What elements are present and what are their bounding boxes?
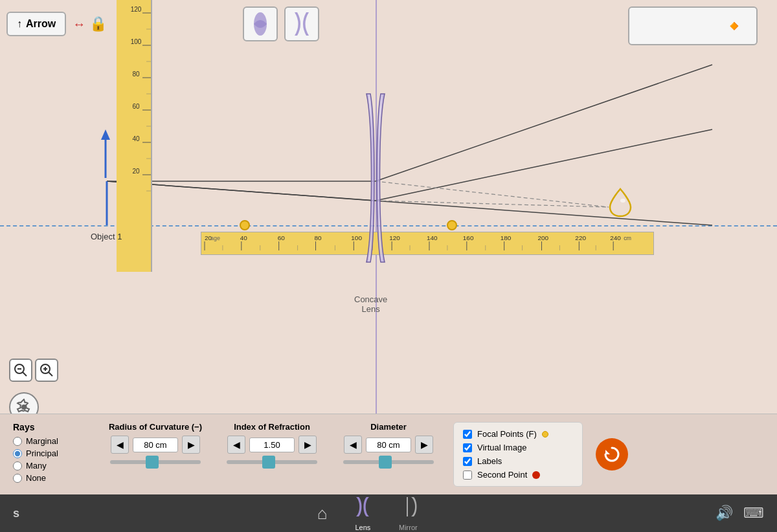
svg-text:200: 200	[538, 234, 549, 241]
home-icon: ⌂	[317, 504, 328, 524]
mirror-icon	[398, 496, 418, 522]
drop-icon: 🔸	[721, 14, 747, 38]
nav-lens[interactable]: Lens	[353, 496, 372, 531]
diameter-title: Diameter	[370, 422, 407, 432]
checkbox-group: Focal Points (F) Virtual Image Labels Se…	[453, 422, 583, 487]
svg-text:220: 220	[575, 234, 586, 241]
virtual-image-check-item[interactable]: Virtual Image	[463, 443, 573, 452]
diameter-slider-track[interactable]	[343, 460, 434, 464]
diameter-decrease-button[interactable]: ◀	[344, 436, 362, 454]
second-point-check-item[interactable]: Second Point	[463, 470, 573, 480]
svg-text:20: 20	[132, 168, 140, 175]
canvas-area: ↑ Arrow ↔ 🔒 🔸 120	[0, 0, 777, 466]
refraction-group: Index of Refraction ◀ 1.50 ▶	[220, 422, 324, 464]
radio-marginal[interactable]: Marginal	[13, 436, 91, 446]
refraction-slider-thumb[interactable]	[262, 456, 275, 469]
diameter-group: Diameter ◀ 80 cm ▶	[337, 422, 440, 464]
refraction-decrease-button[interactable]: ◀	[227, 436, 245, 454]
concave-lens[interactable]	[361, 91, 390, 265]
convex-lens-button[interactable]	[243, 6, 278, 41]
svg-text:80: 80	[132, 71, 140, 78]
second-point-label: Second Point	[477, 470, 527, 480]
svg-marker-28	[101, 129, 110, 140]
virtual-image-checkbox[interactable]	[463, 443, 472, 452]
lens-label: Concave Lens	[354, 294, 387, 314]
svg-line-1	[376, 65, 712, 181]
svg-text:100: 100	[351, 234, 362, 241]
labels-label: Labels	[477, 456, 502, 466]
svg-text:120: 120	[389, 234, 400, 241]
arrow-up-icon: ↑	[17, 18, 22, 30]
lock-controls: ↔ 🔒	[73, 16, 107, 32]
object-label: Object 1	[91, 232, 122, 241]
second-point-red-dot	[532, 471, 540, 479]
diameter-slider-thumb[interactable]	[379, 456, 392, 469]
radio-many[interactable]: Many	[13, 461, 91, 471]
refraction-slider-track[interactable]	[227, 460, 317, 464]
nav-home[interactable]: ⌂	[317, 504, 328, 524]
reset-button[interactable]	[596, 438, 628, 471]
concave-lens-button[interactable]	[284, 6, 319, 41]
focal-point-right[interactable]	[447, 220, 457, 230]
svg-point-67	[620, 199, 625, 203]
focal-point-left[interactable]	[240, 220, 250, 230]
svg-text:cm: cm	[624, 235, 631, 241]
svg-text:180: 180	[501, 234, 512, 241]
object-arrow[interactable]	[96, 129, 115, 181]
refraction-increase-button[interactable]: ▶	[298, 436, 317, 454]
resize-icon: ↔	[73, 17, 85, 32]
second-point-checkbox[interactable]	[463, 471, 472, 480]
top-right-panel: 🔸	[628, 6, 758, 45]
controls-panel: Rays Marginal Principal Many None Radius…	[0, 414, 777, 494]
image-drop[interactable]	[609, 188, 632, 222]
svg-text:160: 160	[463, 234, 474, 241]
sound-icon[interactable]: 🔊	[715, 505, 733, 522]
svg-text:40: 40	[240, 234, 248, 241]
arrow-label: Arrow	[26, 18, 56, 30]
bottom-nav: s ⌂ Lens Mirror 🔊 ⌨	[0, 494, 777, 532]
radius-slider-track[interactable]	[110, 460, 201, 464]
rays-title: Rays	[13, 422, 91, 432]
lock-icon[interactable]: 🔒	[89, 16, 107, 32]
refraction-stepper: ◀ 1.50 ▶	[227, 436, 317, 454]
focal-points-check-item[interactable]: Focal Points (F)	[463, 429, 573, 439]
arrow-button[interactable]: ↑ Arrow	[6, 12, 66, 36]
svg-text:240: 240	[610, 234, 621, 241]
zoom-out-button[interactable]	[9, 359, 32, 382]
labels-check-item[interactable]: Labels	[463, 456, 573, 466]
focal-points-checkbox[interactable]	[463, 430, 472, 439]
diameter-stepper: ◀ 80 cm ▶	[344, 436, 433, 454]
lens-nav-label: Lens	[355, 524, 370, 531]
nav-mirror[interactable]: Mirror	[398, 496, 418, 531]
svg-line-4	[376, 129, 712, 201]
radius-value: 80 cm	[133, 438, 178, 452]
keyboard-icon[interactable]: ⌨	[743, 505, 764, 522]
diameter-increase-button[interactable]: ▶	[415, 436, 433, 454]
nav-center: ⌂ Lens Mirror	[317, 496, 418, 531]
radius-slider-thumb[interactable]	[146, 456, 159, 469]
refraction-value: 1.50	[249, 438, 295, 452]
svg-line-5	[376, 181, 609, 207]
virtual-image-label: Virtual Image	[477, 443, 526, 452]
zoom-controls	[9, 359, 58, 382]
svg-text:80: 80	[315, 234, 322, 241]
nav-left-label: s	[13, 507, 19, 520]
svg-text:60: 60	[132, 103, 140, 110]
svg-line-70	[23, 372, 27, 376]
svg-line-74	[49, 372, 52, 376]
svg-line-6	[376, 201, 609, 207]
rays-group: Rays Marginal Principal Many None	[13, 422, 91, 485]
zoom-in-button[interactable]	[35, 359, 58, 382]
focal-points-label: Focal Points (F)	[477, 429, 537, 439]
lens-nav-icon	[353, 496, 372, 522]
refraction-title: Index of Refraction	[234, 422, 310, 432]
svg-text:60: 60	[278, 234, 286, 241]
radio-principal[interactable]: Principal	[13, 449, 91, 458]
labels-checkbox[interactable]	[463, 457, 472, 466]
radius-group: Radius of Curvature (−) ◀ 80 cm ▶	[104, 422, 207, 464]
svg-text:40: 40	[132, 135, 140, 142]
nav-right: 🔊 ⌨	[715, 505, 764, 522]
radio-none[interactable]: None	[13, 473, 91, 483]
radius-increase-button[interactable]: ▶	[182, 436, 200, 454]
radius-decrease-button[interactable]: ◀	[111, 436, 129, 454]
